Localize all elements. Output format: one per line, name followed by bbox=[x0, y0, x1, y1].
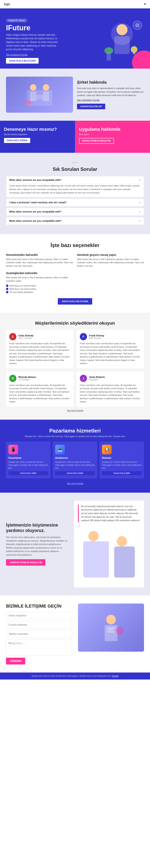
option-heading-1: Harekete geçirici mesaj yapın bbox=[77, 253, 144, 256]
option-item-0: Hizmetinizden bahsedinNihil seneit odit … bbox=[6, 253, 73, 268]
check-icon bbox=[6, 288, 8, 290]
about-text: Duis aute irure dolor in reprehenderit i… bbox=[77, 87, 144, 97]
testimonials-section: Müşterilerimizin söylediklerini okuyun C… bbox=[0, 313, 150, 420]
testimonial-card-0: CCelia AlmedaCEO / FounderFuton sed libe… bbox=[6, 330, 73, 368]
svg-point-8 bbox=[104, 47, 113, 54]
hero-content: Ödüllü BT Şirketi IFuture Vitae congue m… bbox=[6, 17, 96, 64]
svg-point-19 bbox=[117, 536, 127, 547]
grow-cta-button[interactable]: GÖREVE GİTMEYE İNCELEYİN bbox=[6, 559, 45, 566]
hero-cta-button[interactable]: DAHA FAZLA BİLGİ EDİN bbox=[6, 58, 39, 64]
footer-link[interactable]: Freepik bbox=[112, 675, 118, 677]
option-item-1: Harekete geçirici mesaj yapınNihil senei… bbox=[77, 253, 144, 268]
testimonial-name-3: Jenia Roberts bbox=[89, 376, 105, 378]
testimonial-avatar-1: F bbox=[80, 333, 87, 340]
options-title: İşte bazı seçenekler bbox=[6, 242, 144, 248]
faq-list: What other services are you compatible w… bbox=[6, 176, 144, 225]
faq-question-text-2: What other services are you compatible w… bbox=[9, 210, 137, 213]
options-section: İşte bazı seçenekler Hizmetinizden bahse… bbox=[0, 234, 150, 313]
grow-title: İşletmenizin büyümesine yardımcı oluyoru… bbox=[6, 523, 68, 533]
marketing-card-btn-0[interactable]: DAHA FAZLA EDİN bbox=[8, 471, 48, 475]
hero-badge: Ödüllü BT Şirketi bbox=[6, 19, 27, 22]
testimonial-info-1: Frank KinneyWeb Designer bbox=[89, 334, 104, 339]
faq-question-3[interactable]: What other services are you compatible w… bbox=[6, 217, 144, 225]
faq-question-text-0: What other services are you compatible w… bbox=[9, 179, 137, 182]
testimonial-header-0: CCelia AlmedaCEO / Founder bbox=[9, 333, 70, 340]
faq-item-0[interactable]: What other services are you compatible w… bbox=[6, 176, 144, 197]
marketing-subtitle: Sample text. Click to select the text bo… bbox=[6, 435, 144, 437]
testimonial-info-2: Rhonda NelsonUX Designer bbox=[18, 376, 36, 381]
svg-rect-17 bbox=[114, 547, 135, 578]
faq-item-2[interactable]: What other services are you compatible w… bbox=[6, 208, 144, 216]
faq-section: • • • Sık Sorulan Sorular What other ser… bbox=[0, 153, 150, 234]
option-text-2: Nihil seneit odit omnis e Nisi Fabicatum… bbox=[6, 276, 73, 282]
option-text-1: Nihil seneit odit omnis e Nisi Fabicatum… bbox=[77, 258, 144, 268]
about-illustration bbox=[6, 76, 73, 113]
marketing-card-icon-0: 📱 bbox=[8, 445, 18, 454]
contact-email-input[interactable] bbox=[6, 621, 72, 628]
about-title: Şirket hakkında bbox=[77, 80, 144, 85]
option-text-0: Nihil seneit odit omnis e Nisi Fabicatum… bbox=[6, 258, 73, 268]
svg-point-15 bbox=[26, 100, 31, 105]
app-cta-button[interactable]: BURACI GİTMEYE İNCELEYİN bbox=[79, 138, 114, 144]
faq-item-3[interactable]: What other services are you compatible w… bbox=[6, 217, 144, 225]
option-item-3 bbox=[77, 272, 144, 294]
app-title: Uygulama hakkında bbox=[79, 127, 146, 132]
testimonial-info-0: Celia AlmedaCEO / Founder bbox=[18, 334, 33, 339]
trial-cta-button[interactable]: DAHA FAZLA ÖĞREN bbox=[4, 138, 30, 143]
nav-hamburger[interactable]: ≡ bbox=[144, 2, 146, 6]
about-cta-button[interactable]: GÖRÜNTÜLEYİN GİT bbox=[77, 104, 105, 109]
testimonial-avatar-0: C bbox=[9, 333, 16, 340]
svg-point-10 bbox=[30, 84, 36, 91]
faq-question-0[interactable]: What other services are you compatible w… bbox=[6, 176, 144, 184]
svg-rect-14 bbox=[36, 95, 43, 99]
option-heading-2: Avantajlardan bahsedin bbox=[6, 272, 73, 275]
hero-freepik-link[interactable]: Tam açıklama Freepik bbox=[6, 54, 96, 56]
options-btn-wrap: DAHA FAZLA BİLGİ EDİN bbox=[6, 298, 144, 305]
testimonial-role-2: UX Designer bbox=[18, 378, 36, 381]
option-heading-0: Hizmetinizden bahsedin bbox=[6, 253, 73, 256]
faq-arrow-2: ∨ bbox=[139, 210, 141, 213]
testimonial-name-0: Celia Almeda bbox=[18, 334, 33, 337]
app-subtitle: Bize yazın bbox=[79, 133, 146, 135]
hero-subtitle: Vitae congue massa rhoncus semper sed er… bbox=[6, 33, 62, 51]
marketing-card-text-2: Sample text. Click to select the text bo… bbox=[102, 461, 142, 470]
contact-submit-button[interactable]: GÖNDERI bbox=[6, 658, 25, 664]
faq-dots: • • • bbox=[6, 161, 144, 164]
footer: sample text. Click to select the text bo… bbox=[0, 673, 150, 680]
faq-arrow-1: ∨ bbox=[139, 201, 141, 204]
marketing-card-2: 📢ReklamSample text. Click to select the … bbox=[100, 441, 144, 478]
checklist-item: Sit eum facilis phasellus bbox=[6, 291, 73, 293]
about-freepik-link[interactable]: Tam görüntüler Freepik bbox=[77, 99, 144, 101]
marketing-card-btn-2[interactable]: DAHA FAZLA EDİN bbox=[102, 471, 142, 475]
contact-phone-input[interactable] bbox=[6, 630, 72, 638]
svg-rect-11 bbox=[30, 91, 36, 101]
testimonial-text-1: Futon sed libero sem sed faucibus turpis… bbox=[80, 342, 141, 365]
marketing-card-heading-1: Geliştirme bbox=[55, 456, 95, 459]
faq-question-2[interactable]: What other services are you compatible w… bbox=[6, 208, 144, 216]
grow-quote-role: ... bbox=[78, 527, 140, 529]
contact-message-input[interactable] bbox=[6, 640, 72, 656]
options-grid: Hizmetinizden bahsedinNihil seneit odit … bbox=[6, 253, 144, 294]
svg-rect-6 bbox=[133, 52, 135, 54]
svg-point-20 bbox=[106, 615, 116, 624]
marketing-card-btn-1[interactable]: DAHA FAZLA EDİN bbox=[55, 471, 95, 475]
trial-half: Denemeye Hazır mısınız? Şimdi ücretsiz k… bbox=[0, 121, 75, 153]
options-cta-button[interactable]: DAHA FAZLA BİLGİ EDİN bbox=[58, 298, 92, 305]
contact-name-input[interactable] bbox=[6, 612, 72, 619]
faq-arrow-0: ∧ bbox=[139, 179, 141, 182]
about-illustration-area bbox=[6, 76, 73, 113]
faq-arrow-3: ∨ bbox=[139, 220, 141, 222]
svg-point-1 bbox=[117, 24, 127, 35]
faq-item-1[interactable]: I have a technical I need resolved, who … bbox=[6, 198, 144, 207]
svg-point-4 bbox=[135, 23, 140, 28]
testimonials-freepik-link[interactable]: Tam resim Freepik bbox=[6, 409, 144, 412]
marketing-card-heading-0: Pazarlama bbox=[8, 456, 48, 459]
contact-illustration bbox=[78, 603, 144, 652]
grow-content: İşletmenizin büyümesine yardımcı oluyoru… bbox=[6, 523, 68, 565]
faq-question-1[interactable]: I have a technical I need resolved, who … bbox=[6, 198, 144, 207]
grow-quote-area: Bu işi karanlığı doğrultusunda daha fazl… bbox=[74, 501, 144, 588]
hero-section: Ödüllü BT Şirketi IFuture Vitae congue m… bbox=[0, 8, 150, 69]
testimonial-text-3: Futon sed libero sem sed faucibus turpis… bbox=[80, 383, 141, 403]
svg-point-12 bbox=[43, 84, 49, 91]
marketing-freepik-link[interactable]: Tam resim Freepik bbox=[6, 483, 144, 485]
